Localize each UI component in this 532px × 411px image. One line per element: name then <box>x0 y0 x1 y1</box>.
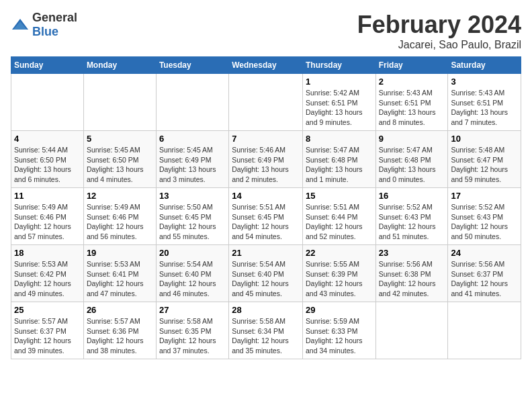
day-number: 13 <box>159 191 226 201</box>
day-cell: 3Sunrise: 5:43 AM Sunset: 6:51 PM Daylig… <box>448 74 521 131</box>
day-number: 3 <box>451 77 518 87</box>
day-number: 20 <box>159 248 226 258</box>
day-number: 9 <box>379 134 445 144</box>
day-info: Sunrise: 5:45 AM Sunset: 6:50 PM Dayligh… <box>87 145 153 185</box>
location-title: Jacarei, Sao Paulo, Brazil <box>357 39 521 51</box>
logo: General Blue <box>11 11 77 39</box>
day-number: 2 <box>379 77 445 87</box>
day-info: Sunrise: 5:55 AM Sunset: 6:39 PM Dayligh… <box>306 259 373 299</box>
day-info: Sunrise: 5:54 AM Sunset: 6:40 PM Dayligh… <box>159 259 226 299</box>
day-info: Sunrise: 5:47 AM Sunset: 6:48 PM Dayligh… <box>306 145 373 185</box>
day-info: Sunrise: 5:54 AM Sunset: 6:40 PM Dayligh… <box>232 259 300 299</box>
day-cell: 13Sunrise: 5:50 AM Sunset: 6:45 PM Dayli… <box>156 188 228 245</box>
day-cell <box>448 302 521 359</box>
day-cell: 27Sunrise: 5:58 AM Sunset: 6:35 PM Dayli… <box>156 302 228 359</box>
day-info: Sunrise: 5:59 AM Sunset: 6:33 PM Dayligh… <box>306 316 373 356</box>
day-info: Sunrise: 5:50 AM Sunset: 6:45 PM Dayligh… <box>159 202 226 242</box>
day-number: 12 <box>87 191 153 201</box>
week-row-5: 25Sunrise: 5:57 AM Sunset: 6:37 PM Dayli… <box>11 302 521 359</box>
day-number: 7 <box>232 134 300 144</box>
header-row: SundayMondayTuesdayWednesdayThursdayFrid… <box>11 57 521 74</box>
day-cell: 7Sunrise: 5:46 AM Sunset: 6:49 PM Daylig… <box>229 131 303 188</box>
day-number: 6 <box>159 134 226 144</box>
day-info: Sunrise: 5:49 AM Sunset: 6:46 PM Dayligh… <box>14 202 81 242</box>
week-row-1: 1Sunrise: 5:42 AM Sunset: 6:51 PM Daylig… <box>11 74 521 131</box>
day-info: Sunrise: 5:45 AM Sunset: 6:49 PM Dayligh… <box>159 145 226 185</box>
logo-general-text: General <box>32 11 77 24</box>
day-number: 11 <box>14 191 81 201</box>
day-cell: 19Sunrise: 5:53 AM Sunset: 6:41 PM Dayli… <box>83 245 156 302</box>
day-cell: 24Sunrise: 5:56 AM Sunset: 6:37 PM Dayli… <box>448 245 521 302</box>
column-header-wednesday: Wednesday <box>229 57 303 74</box>
day-cell <box>11 74 84 131</box>
day-cell: 1Sunrise: 5:42 AM Sunset: 6:51 PM Daylig… <box>302 74 375 131</box>
column-header-friday: Friday <box>375 57 448 74</box>
day-info: Sunrise: 5:49 AM Sunset: 6:46 PM Dayligh… <box>87 202 153 242</box>
day-cell <box>229 74 303 131</box>
day-cell: 23Sunrise: 5:56 AM Sunset: 6:38 PM Dayli… <box>375 245 448 302</box>
day-cell: 26Sunrise: 5:57 AM Sunset: 6:36 PM Dayli… <box>83 302 156 359</box>
day-cell: 20Sunrise: 5:54 AM Sunset: 6:40 PM Dayli… <box>156 245 228 302</box>
day-info: Sunrise: 5:56 AM Sunset: 6:38 PM Dayligh… <box>379 259 445 299</box>
day-cell <box>156 74 228 131</box>
day-cell: 6Sunrise: 5:45 AM Sunset: 6:49 PM Daylig… <box>156 131 228 188</box>
day-number: 21 <box>232 248 300 258</box>
day-cell: 17Sunrise: 5:52 AM Sunset: 6:43 PM Dayli… <box>448 188 521 245</box>
day-number: 25 <box>14 305 81 315</box>
day-number: 4 <box>14 134 81 144</box>
day-cell: 5Sunrise: 5:45 AM Sunset: 6:50 PM Daylig… <box>83 131 156 188</box>
day-cell: 9Sunrise: 5:47 AM Sunset: 6:48 PM Daylig… <box>375 131 448 188</box>
day-number: 8 <box>306 134 373 144</box>
day-cell: 11Sunrise: 5:49 AM Sunset: 6:46 PM Dayli… <box>11 188 84 245</box>
day-cell: 10Sunrise: 5:48 AM Sunset: 6:47 PM Dayli… <box>448 131 521 188</box>
day-info: Sunrise: 5:44 AM Sunset: 6:50 PM Dayligh… <box>14 145 81 185</box>
day-number: 27 <box>159 305 226 315</box>
day-info: Sunrise: 5:43 AM Sunset: 6:51 PM Dayligh… <box>451 88 518 128</box>
day-cell: 2Sunrise: 5:43 AM Sunset: 6:51 PM Daylig… <box>375 74 448 131</box>
day-info: Sunrise: 5:51 AM Sunset: 6:45 PM Dayligh… <box>232 202 300 242</box>
day-number: 16 <box>379 191 445 201</box>
day-number: 5 <box>87 134 153 144</box>
day-number: 17 <box>451 191 518 201</box>
column-header-monday: Monday <box>83 57 156 74</box>
column-header-tuesday: Tuesday <box>156 57 228 74</box>
day-info: Sunrise: 5:52 AM Sunset: 6:43 PM Dayligh… <box>379 202 445 242</box>
day-cell: 22Sunrise: 5:55 AM Sunset: 6:39 PM Dayli… <box>302 245 375 302</box>
day-info: Sunrise: 5:46 AM Sunset: 6:49 PM Dayligh… <box>232 145 300 185</box>
day-cell: 28Sunrise: 5:58 AM Sunset: 6:34 PM Dayli… <box>229 302 303 359</box>
day-number: 22 <box>306 248 373 258</box>
calendar-header: SundayMondayTuesdayWednesdayThursdayFrid… <box>11 57 521 74</box>
week-row-2: 4Sunrise: 5:44 AM Sunset: 6:50 PM Daylig… <box>11 131 521 188</box>
day-info: Sunrise: 5:53 AM Sunset: 6:42 PM Dayligh… <box>14 259 81 299</box>
month-title: February 2024 <box>357 11 521 39</box>
day-cell <box>83 74 156 131</box>
day-number: 18 <box>14 248 81 258</box>
day-cell: 21Sunrise: 5:54 AM Sunset: 6:40 PM Dayli… <box>229 245 303 302</box>
day-info: Sunrise: 5:43 AM Sunset: 6:51 PM Dayligh… <box>379 88 445 128</box>
logo-blue-text: Blue <box>32 25 58 38</box>
day-info: Sunrise: 5:48 AM Sunset: 6:47 PM Dayligh… <box>451 145 518 185</box>
day-cell: 15Sunrise: 5:51 AM Sunset: 6:44 PM Dayli… <box>302 188 375 245</box>
day-cell: 16Sunrise: 5:52 AM Sunset: 6:43 PM Dayli… <box>375 188 448 245</box>
day-number: 1 <box>306 77 373 87</box>
day-number: 26 <box>87 305 153 315</box>
day-cell: 29Sunrise: 5:59 AM Sunset: 6:33 PM Dayli… <box>302 302 375 359</box>
day-info: Sunrise: 5:51 AM Sunset: 6:44 PM Dayligh… <box>306 202 373 242</box>
week-row-4: 18Sunrise: 5:53 AM Sunset: 6:42 PM Dayli… <box>11 245 521 302</box>
day-info: Sunrise: 5:58 AM Sunset: 6:34 PM Dayligh… <box>232 316 300 356</box>
header: General Blue February 2024 Jacarei, Sao … <box>11 11 521 51</box>
day-info: Sunrise: 5:53 AM Sunset: 6:41 PM Dayligh… <box>87 259 153 299</box>
day-info: Sunrise: 5:56 AM Sunset: 6:37 PM Dayligh… <box>451 259 518 299</box>
column-header-saturday: Saturday <box>448 57 521 74</box>
day-number: 14 <box>232 191 300 201</box>
title-area: February 2024 Jacarei, Sao Paulo, Brazil <box>357 11 521 51</box>
logo-icon <box>11 17 30 32</box>
day-number: 10 <box>451 134 518 144</box>
day-info: Sunrise: 5:47 AM Sunset: 6:48 PM Dayligh… <box>379 145 445 185</box>
day-number: 15 <box>306 191 373 201</box>
day-number: 24 <box>451 248 518 258</box>
column-header-sunday: Sunday <box>11 57 84 74</box>
day-cell <box>375 302 448 359</box>
calendar-table: SundayMondayTuesdayWednesdayThursdayFrid… <box>11 56 521 359</box>
day-number: 23 <box>379 248 445 258</box>
